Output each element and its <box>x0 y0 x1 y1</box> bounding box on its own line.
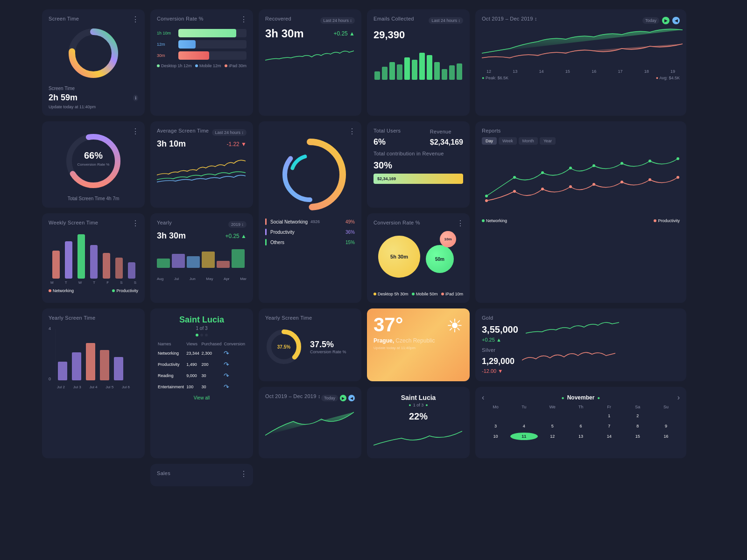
category-others: Others 15% <box>265 237 355 247</box>
svg-point-35 <box>297 161 323 188</box>
cal-day-2[interactable]: 2 <box>624 412 651 420</box>
row-prod-name: Productivity <box>157 359 185 370</box>
x-label-19: 19 <box>670 69 675 74</box>
cal-day-7[interactable]: 7 <box>595 422 623 430</box>
oct-dec-bottom-icon1: ▶ <box>340 395 346 401</box>
cal-day-10[interactable]: 10 <box>482 433 509 440</box>
oct-dec-avg: ● Avg: $4.5K <box>656 76 680 80</box>
col-conversion: Conversion <box>223 340 247 348</box>
svg-point-51 <box>677 176 679 179</box>
cal-day-13[interactable]: 13 <box>567 433 595 440</box>
tab-year[interactable]: Year <box>540 137 556 145</box>
svg-text:66%: 66% <box>84 150 103 161</box>
cal-day-8[interactable]: 8 <box>624 422 651 430</box>
legend-mobile: Mobile 12m <box>195 63 221 68</box>
recovered1-delta: +0.25 ▲ <box>333 30 355 37</box>
day-m: M <box>50 280 54 285</box>
day-t1: T <box>65 280 67 285</box>
yearly-pie-card: Yearly Screen Time 37.5% 37.5% Conversio… <box>259 308 361 381</box>
cal-day-9[interactable]: 9 <box>652 422 680 430</box>
silver-delta: -12.00 ▼ <box>482 368 503 374</box>
x-label-15: 15 <box>565 69 570 74</box>
saint-lucia-dots <box>157 334 247 336</box>
screen-time-title: Screen Time <box>49 16 138 21</box>
x-label-13: 13 <box>513 69 517 74</box>
cal-day-3[interactable]: 3 <box>482 422 509 430</box>
svg-text:4: 4 <box>49 326 51 331</box>
contribution-label: Total contribution in Revenue <box>374 151 463 156</box>
emails-badge: Last 24 hours ↕ <box>429 17 463 24</box>
cal-empty-2: - <box>510 412 538 420</box>
recovered-card-1: Recovered Last 24 hours ↕ 3h 30m +0.25 ▲ <box>259 9 361 116</box>
yearly-top-value-row: 3h 30m +0.25 ▲ <box>157 231 247 241</box>
bubbles-menu[interactable]: ⋮ <box>457 219 464 228</box>
row-prod-views: 1,490 <box>185 359 200 370</box>
cal-day-1[interactable]: 1 <box>595 412 623 420</box>
cal-day-6[interactable]: 6 <box>567 422 595 430</box>
bubble-ipad-value: 10m <box>444 237 451 241</box>
cal-day-11-today[interactable]: 11 <box>510 433 538 440</box>
month-aug: Aug <box>157 277 163 281</box>
svg-rect-57 <box>86 343 95 380</box>
saint-lucia-bottom-pct: 22% <box>374 411 463 422</box>
bar-row-3: 30m <box>157 51 247 60</box>
screen-time-label: Screen Time <box>49 86 138 91</box>
rev-title: Revenue <box>430 129 463 134</box>
yearly-pie-label: Conversion Rate % <box>310 350 346 354</box>
row-ent-name: Entertainment <box>157 381 185 392</box>
reports-legend-net: Networking <box>482 218 507 223</box>
weekly-menu[interactable]: ⋮ <box>132 219 139 228</box>
bar-fill-3 <box>178 51 209 60</box>
calendar-next[interactable]: › <box>677 393 680 402</box>
cal-day-16[interactable]: 16 <box>652 433 680 440</box>
view-all-btn[interactable]: View all <box>157 395 247 400</box>
contribution-pct: 30% <box>374 160 392 170</box>
svg-rect-12 <box>442 69 447 80</box>
col-names: Names <box>157 340 185 348</box>
saint-lucia-bottom-header: Saint Lucia ● 1 of 3 ● <box>374 393 463 407</box>
screen-time-row: 2h 59m ℹ <box>49 93 138 103</box>
saint-lucia-bottom-card: Saint Lucia ● 1 of 3 ● 22% <box>367 387 470 458</box>
saint-lucia-table: Names Views Purchased Conversion Network… <box>157 340 247 392</box>
yearly-top-months: Aug Jul Jun May Apr Mar <box>157 277 247 281</box>
oct-dec-bottom-badges: Today ▶ ◀ <box>321 395 355 401</box>
oct-dec-bottom-card: Oct 2019 – Dec 2019 ↕ Today ▶ ◀ <box>259 387 361 458</box>
cal-day-15[interactable]: 15 <box>624 433 651 440</box>
avg-screen-value: 3h 10m <box>157 139 186 149</box>
cal-day-5[interactable]: 5 <box>539 422 566 430</box>
pct-donut-svg: 66% Conversion Rate % <box>63 131 124 191</box>
oct-dec-today: Today <box>642 17 659 24</box>
tab-month[interactable]: Month <box>519 137 538 145</box>
weekly-days: M T W T F S S <box>49 280 138 285</box>
yearly-pie-content: 37.5% 37.5% Conversion Rate % <box>265 328 355 365</box>
big-donut-menu[interactable]: ⋮ <box>348 127 356 136</box>
conv-rate-menu[interactable]: ⋮ <box>240 15 247 24</box>
calendar-month-wrap: ● November ● <box>562 394 600 401</box>
reports-legend: Networking Productivity <box>482 218 680 223</box>
svg-point-48 <box>592 183 595 186</box>
contribution-bar: $2,34,169 <box>374 174 463 184</box>
bar-label-2: 12m <box>157 42 176 47</box>
silver-spark-svg <box>522 349 615 372</box>
svg-rect-10 <box>427 55 432 80</box>
cal-day-12[interactable]: 12 <box>539 433 566 440</box>
avg-screen-delta: -1.22 ▼ <box>226 141 247 147</box>
calendar-prev[interactable]: ‹ <box>482 393 484 402</box>
bar-track-1 <box>178 29 247 37</box>
sales-menu[interactable]: ⋮ <box>240 469 247 478</box>
svg-rect-6 <box>397 64 402 80</box>
yearly-pie-header: Yearly Screen Time <box>265 315 355 324</box>
cal-day-14[interactable]: 14 <box>595 433 623 440</box>
calendar-dot-icon: ● <box>562 395 564 400</box>
users-rev-card: Total Users 6% Revenue $2,34,169 Total c… <box>367 121 470 208</box>
reports-title: Reports <box>482 128 501 133</box>
pct-donut-total: Total Screen Time 4h 7m <box>49 196 138 201</box>
tab-week[interactable]: Week <box>499 137 517 145</box>
weekly-header: Weekly Screen Time ⋮ <box>49 220 138 229</box>
pct-donut-menu[interactable]: ⋮ <box>132 127 139 136</box>
screen-time-menu[interactable]: ⋮ <box>132 15 139 24</box>
tab-day[interactable]: Day <box>482 137 497 145</box>
big-donut-wrap <box>265 137 355 212</box>
cal-day-4[interactable]: 4 <box>510 422 538 430</box>
svg-point-43 <box>677 157 679 160</box>
